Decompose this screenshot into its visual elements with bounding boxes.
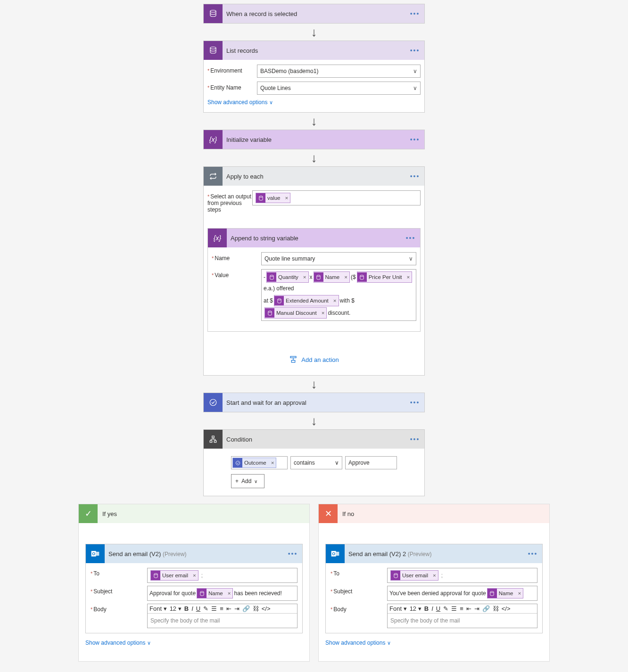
bold-icon[interactable]: B xyxy=(184,605,189,612)
underline-icon[interactable]: U xyxy=(196,605,200,612)
database-icon xyxy=(151,571,160,580)
font-dropdown[interactable]: Font ▾ xyxy=(389,605,407,612)
init-variable-card[interactable]: {x} Initialize variable ••• xyxy=(203,130,425,149)
list-records-menu-icon[interactable]: ••• xyxy=(405,47,424,54)
condition-operator-dropdown[interactable]: contains ∨ xyxy=(290,456,342,469)
email-no-menu-icon[interactable]: ••• xyxy=(523,550,542,557)
list-records-card[interactable]: List records ••• Environment BASDemo (ba… xyxy=(203,41,425,113)
font-dropdown[interactable]: Font ▾ xyxy=(149,605,167,612)
approval-menu-icon[interactable]: ••• xyxy=(405,399,424,406)
subject-name-token[interactable]: Name× xyxy=(197,588,233,598)
trigger-menu-icon[interactable]: ••• xyxy=(405,10,424,17)
approval-title: Start and wait for an approval xyxy=(223,399,405,406)
number-list-icon[interactable]: ≡ xyxy=(220,605,223,612)
indent-icon[interactable]: ⇥ xyxy=(474,605,479,612)
subject-field[interactable]: Approval for quote Name× has been reciev… xyxy=(147,586,297,601)
token-remove-icon[interactable]: × xyxy=(405,272,412,282)
apply-to-each-card[interactable]: Apply to each ••• Select an output from … xyxy=(203,166,425,376)
code-icon[interactable]: </> xyxy=(502,605,511,612)
trigger-title: When a record is selected xyxy=(223,10,405,17)
show-advanced-link[interactable]: Show advanced options∨ xyxy=(207,99,273,106)
underline-icon[interactable]: U xyxy=(436,605,440,612)
value-token[interactable]: value × xyxy=(256,193,290,203)
subject-field[interactable]: You've been denied approval for quote Na… xyxy=(387,586,537,601)
token-remove-icon[interactable]: × xyxy=(191,573,198,578)
user-email-token[interactable]: User email× xyxy=(150,570,198,581)
trigger-card[interactable]: When a record is selected ••• xyxy=(203,4,425,24)
user-email-token[interactable]: User email× xyxy=(390,570,438,581)
database-icon xyxy=(204,41,223,60)
append-variable-card[interactable]: {x} Append to string variable ••• Name Q… xyxy=(207,228,421,332)
approval-card[interactable]: Start and wait for an approval ••• xyxy=(203,393,425,412)
name-token[interactable]: Name× xyxy=(314,271,350,283)
email-yes-menu-icon[interactable]: ••• xyxy=(283,550,302,557)
token-remove-icon[interactable]: × xyxy=(283,195,290,201)
entity-dropdown[interactable]: Quote Lines ∨ xyxy=(257,82,421,95)
if-no-title: If no xyxy=(338,510,354,517)
indent-icon[interactable]: ⇥ xyxy=(234,605,240,612)
price-token[interactable]: Price Per Unit× xyxy=(357,271,413,283)
token-remove-icon[interactable]: × xyxy=(431,573,438,578)
subject-label: Subject xyxy=(331,586,387,601)
token-remove-icon[interactable]: × xyxy=(269,460,276,466)
subject-name-token[interactable]: Name× xyxy=(487,588,523,598)
condition-menu-icon[interactable]: ••• xyxy=(405,435,424,443)
add-action-button[interactable]: Add an action xyxy=(207,349,421,369)
bullet-list-icon[interactable]: ☰ xyxy=(451,605,457,612)
value-field[interactable]: - Quantity× x Name× ($ Price Per Unit× e… xyxy=(261,269,416,321)
init-var-menu-icon[interactable]: ••• xyxy=(405,136,424,143)
if-no-header[interactable]: ✕ If no xyxy=(319,504,549,523)
bold-icon[interactable]: B xyxy=(424,605,429,612)
show-advanced-link[interactable]: Show advanced options∨ xyxy=(85,639,151,646)
size-dropdown[interactable]: 12 ▾ xyxy=(170,605,182,612)
send-email-no-card[interactable]: O Send an email (V2) 2 (Preview) ••• To … xyxy=(325,544,543,633)
highlight-icon[interactable]: ✎ xyxy=(443,605,448,612)
link-icon[interactable]: 🔗 xyxy=(242,605,250,612)
size-dropdown[interactable]: 12 ▾ xyxy=(410,605,421,612)
outcome-token[interactable]: Outcome × xyxy=(232,458,276,468)
select-output-field[interactable]: value × xyxy=(252,190,421,205)
bullet-list-icon[interactable]: ☰ xyxy=(211,605,217,612)
italic-icon[interactable]: I xyxy=(191,605,193,612)
outdent-icon[interactable]: ⇤ xyxy=(226,605,231,612)
list-records-title: List records xyxy=(223,47,405,54)
svg-point-0 xyxy=(210,10,216,13)
entity-value: Quote Lines xyxy=(260,85,291,91)
discount-token[interactable]: Manual Discount× xyxy=(264,307,327,319)
body-editor[interactable]: Font ▾ 12 ▾ B I U ✎ ☰ ≡ ⇤ ⇥ xyxy=(147,604,297,628)
token-remove-icon[interactable]: × xyxy=(301,272,308,282)
link-icon[interactable]: 🔗 xyxy=(482,605,490,612)
if-yes-header[interactable]: ✓ If yes xyxy=(79,504,309,523)
extended-amount-token[interactable]: Extended Amount× xyxy=(274,295,339,306)
condition-left[interactable]: Outcome × xyxy=(231,456,288,469)
token-remove-icon[interactable]: × xyxy=(320,308,327,318)
condition-branches: ✓ If yes O Send an email (V2) (Preview) … xyxy=(78,504,550,662)
unlink-icon[interactable]: ⛓ xyxy=(493,605,499,612)
approval-icon xyxy=(204,393,223,412)
to-field[interactable]: User email× ; xyxy=(387,568,537,583)
to-field[interactable]: User email× ; xyxy=(147,568,297,583)
outdent-icon[interactable]: ⇤ xyxy=(466,605,471,612)
condition-card[interactable]: Condition ••• Outcome × contains ∨ Appro… xyxy=(203,429,425,496)
env-dropdown[interactable]: BASDemo (basdemo1) ∨ xyxy=(257,65,421,78)
italic-icon[interactable]: I xyxy=(431,605,433,612)
show-advanced-link[interactable]: Show advanced options∨ xyxy=(325,639,391,646)
append-menu-icon[interactable]: ••• xyxy=(401,234,420,242)
token-remove-icon[interactable]: × xyxy=(516,590,523,596)
highlight-icon[interactable]: ✎ xyxy=(203,605,208,612)
subject-label: Subject xyxy=(91,586,147,601)
code-icon[interactable]: </> xyxy=(262,605,271,612)
token-remove-icon[interactable]: × xyxy=(342,272,349,282)
token-remove-icon[interactable]: × xyxy=(226,590,233,596)
quantity-token[interactable]: Quantity× xyxy=(266,271,309,283)
unlink-icon[interactable]: ⛓ xyxy=(253,605,259,612)
add-condition-button[interactable]: + Add ∨ xyxy=(231,474,264,488)
name-dropdown[interactable]: Quote line summary ∨ xyxy=(261,252,416,265)
send-email-yes-card[interactable]: O Send an email (V2) (Preview) ••• To Us… xyxy=(85,544,303,633)
body-editor[interactable]: Font ▾ 12 ▾ B I U ✎ ☰ ≡ ⇤ ⇥ xyxy=(387,604,537,628)
condition-value-input[interactable]: Approve xyxy=(345,456,397,469)
token-remove-icon[interactable]: × xyxy=(331,295,339,306)
number-list-icon[interactable]: ≡ xyxy=(460,605,463,612)
body-placeholder: Specify the body of the mail xyxy=(148,614,297,628)
apply-menu-icon[interactable]: ••• xyxy=(405,172,424,180)
